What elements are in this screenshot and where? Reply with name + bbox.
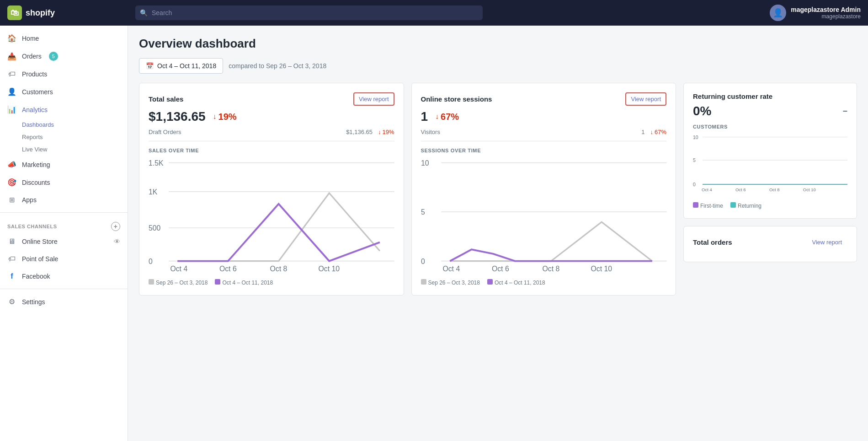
- sidebar-divider-2: [0, 289, 128, 289]
- logo-area: 🛍 shopify: [7, 5, 135, 20]
- calendar-icon: 📅: [146, 62, 154, 70]
- search-icon: 🔍: [140, 9, 148, 16]
- sidebar-label-customers: Customers: [22, 88, 53, 96]
- sidebar-item-marketing[interactable]: 📣 Marketing: [0, 156, 128, 173]
- date-filter-bar: 📅 Oct 4 – Oct 11, 2018 compared to Sep 2…: [139, 58, 857, 74]
- shopify-logo-icon: 🛍: [7, 5, 22, 20]
- sidebar-label-online-store: Online Store: [22, 238, 58, 245]
- eye-icon[interactable]: 👁: [114, 238, 120, 245]
- svg-text:0: 0: [149, 258, 153, 265]
- sales-chart-label: SALES OVER TIME: [149, 148, 394, 153]
- user-area[interactable]: 👤 mageplazastore Admin mageplazastore: [770, 5, 861, 21]
- search-bar[interactable]: 🔍: [135, 5, 483, 20]
- sessions-legend-prev: Sep 26 – Oct 3, 2018: [421, 279, 480, 286]
- date-range-text: Oct 4 – Oct 11, 2018: [157, 62, 216, 70]
- search-input[interactable]: [135, 5, 483, 20]
- svg-text:Oct 6: Oct 6: [491, 265, 509, 273]
- svg-text:Oct 8: Oct 8: [542, 265, 559, 273]
- sidebar-sub-reports[interactable]: Reports: [0, 131, 128, 143]
- sessions-chart: 10 5 0 Oct 4 Oct 6 Oct 8 Oct 10: [421, 157, 667, 274]
- sessions-chart-legend: Sep 26 – Oct 3, 2018 Oct 4 – Oct 11, 201…: [421, 279, 667, 286]
- online-store-icon: 🖥: [7, 237, 16, 246]
- content-area: Overview dashboard 📅 Oct 4 – Oct 11, 201…: [128, 26, 868, 441]
- customers-chart-label: CUSTOMERS: [693, 124, 847, 129]
- orders-badge: 5: [49, 52, 58, 61]
- sidebar-label-home: Home: [22, 35, 39, 42]
- sub-stat-right: $1,136.65 ↓ 19%: [346, 129, 394, 135]
- draft-orders-label: Draft Orders: [149, 129, 181, 135]
- svg-text:Oct 10: Oct 10: [319, 265, 340, 273]
- sidebar-sub-dashboards[interactable]: Dashboards: [0, 118, 128, 131]
- svg-text:Oct 4: Oct 4: [702, 187, 712, 192]
- sidebar-item-settings[interactable]: ⚙ Settings: [0, 293, 128, 311]
- apps-icon: ⊞: [7, 196, 16, 204]
- customers-icon: 👤: [7, 87, 16, 96]
- discounts-icon: 🎯: [7, 178, 16, 187]
- svg-text:500: 500: [149, 224, 161, 232]
- sidebar-item-analytics[interactable]: 📊 Analytics: [0, 101, 128, 118]
- total-orders-header: Total orders View report: [693, 236, 847, 249]
- sidebar-item-online-store[interactable]: 🖥 Online Store 👁: [0, 233, 128, 250]
- returning-chart: 10 5 0 Oct 4 Oct 6 Oct 8 O: [693, 133, 847, 198]
- returning-chart-svg: 10 5 0 Oct 4 Oct 6 Oct 8 O: [693, 133, 847, 196]
- sidebar-item-orders[interactable]: 📥 Orders 5: [0, 47, 128, 65]
- svg-text:1K: 1K: [149, 188, 158, 196]
- online-sessions-value: 1 ↓ 67%: [421, 109, 667, 124]
- visitors-sub-right: 1 ↓ 67%: [641, 129, 666, 135]
- sidebar-label-analytics: Analytics: [22, 106, 48, 113]
- small-down-arrow-2: ↓: [650, 129, 653, 135]
- sidebar-item-facebook[interactable]: f Facebook: [0, 268, 128, 285]
- sales-channels-label: SALES CHANNELS +: [0, 216, 128, 233]
- total-sales-card: Total sales View report $1,136.65 ↓ 19% …: [139, 83, 404, 296]
- draft-orders-change: ↓ 19%: [378, 129, 394, 135]
- sidebar-item-customers[interactable]: 👤 Customers: [0, 83, 128, 101]
- sidebar: 🏠 Home 📥 Orders 5 🏷 Products 👤 Customers…: [0, 26, 128, 441]
- top-navigation: 🛍 shopify 🔍 👤 mageplazastore Admin magep…: [0, 0, 868, 26]
- sidebar-label-point-of-sale: Point of Sale: [22, 255, 58, 263]
- orders-icon: 📥: [7, 52, 16, 61]
- returning-customer-card: Returning customer rate 0% − CUSTOMERS 1…: [683, 83, 857, 219]
- sidebar-item-products[interactable]: 🏷 Products: [0, 65, 128, 83]
- sidebar-item-apps[interactable]: ⊞ Apps: [0, 191, 128, 209]
- sessions-chart-svg: 10 5 0 Oct 4 Oct 6 Oct 8 Oct 10: [421, 157, 667, 273]
- svg-text:0: 0: [421, 258, 425, 265]
- sales-chart-legend: Sep 26 – Oct 3, 2018 Oct 4 – Oct 11, 201…: [149, 279, 394, 286]
- sidebar-item-home[interactable]: 🏠 Home: [0, 29, 128, 47]
- total-sales-title: Total sales: [149, 95, 183, 103]
- svg-text:Oct 6: Oct 6: [735, 187, 746, 192]
- total-orders-view-report-button[interactable]: View report: [806, 236, 847, 249]
- svg-text:10: 10: [421, 159, 429, 167]
- online-sessions-sub-stat: Visitors 1 ↓ 67%: [421, 129, 667, 141]
- online-sessions-view-report-button[interactable]: View report: [625, 92, 666, 106]
- total-sales-header: Total sales View report: [149, 92, 394, 106]
- point-of-sale-icon: 🏷: [7, 255, 16, 263]
- returning-customer-title: Returning customer rate: [693, 92, 772, 100]
- first-time-legend: First-time: [693, 202, 723, 209]
- sessions-legend-curr: Oct 4 – Oct 11, 2018: [487, 279, 545, 286]
- online-sessions-card: Online store sessions View report 1 ↓ 67…: [411, 83, 676, 296]
- visitors-change: ↓ 67%: [650, 129, 666, 135]
- svg-text:Oct 8: Oct 8: [769, 187, 780, 192]
- sidebar-item-discounts[interactable]: 🎯 Discounts: [0, 173, 128, 191]
- sidebar-sub-liveview[interactable]: Live View: [0, 143, 128, 156]
- sidebar-label-products: Products: [22, 70, 47, 78]
- svg-text:5: 5: [693, 157, 696, 163]
- sidebar-item-point-of-sale[interactable]: 🏷 Point of Sale: [0, 250, 128, 268]
- date-range-button[interactable]: 📅 Oct 4 – Oct 11, 2018: [139, 58, 223, 74]
- online-sessions-title: Online store sessions: [421, 95, 492, 103]
- down-arrow-icon-2: ↓: [435, 113, 439, 121]
- logo-text: shopify: [26, 8, 55, 18]
- rcr-dash: −: [842, 107, 847, 116]
- returning-legend: Returning: [730, 202, 761, 209]
- sidebar-divider: [0, 212, 128, 213]
- add-sales-channel-button[interactable]: +: [111, 222, 120, 231]
- sales-chart-svg: 1.5K 1K 500 0 Oct 4: [149, 157, 394, 273]
- sidebar-label-marketing: Marketing: [22, 161, 50, 168]
- svg-text:1.5K: 1.5K: [149, 159, 164, 167]
- total-sales-value: $1,136.65 ↓ 19%: [149, 109, 394, 124]
- small-down-arrow: ↓: [378, 129, 381, 135]
- products-icon: 🏷: [7, 70, 16, 78]
- total-sales-view-report-button[interactable]: View report: [353, 92, 394, 106]
- visitors-value: 1: [641, 129, 644, 135]
- svg-text:Oct 4: Oct 4: [442, 265, 460, 273]
